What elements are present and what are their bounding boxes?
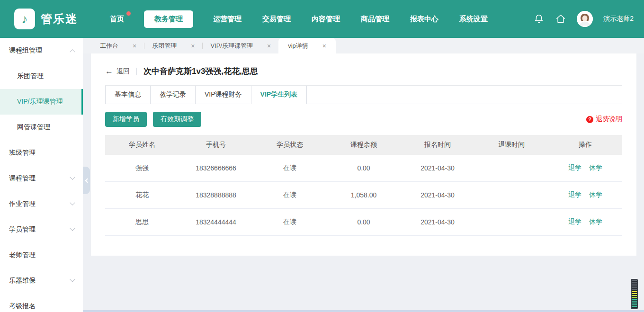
header-right: 演示老师2 xyxy=(533,11,634,27)
horizontal-scrollbar[interactable] xyxy=(0,310,644,312)
drop-out-link[interactable]: 退学 xyxy=(568,218,581,226)
notification-dot xyxy=(126,11,131,16)
cell-enroll-date: 2021-04-30 xyxy=(401,218,474,226)
chevron-up-icon xyxy=(70,49,75,54)
brand: ♪ 管乐迷 xyxy=(14,9,78,29)
add-student-button[interactable]: 新增学员 xyxy=(105,112,147,127)
sidebar-item-class-mgmt[interactable]: 班级管理 xyxy=(0,140,83,166)
cell-student-name: 花花 xyxy=(105,191,179,199)
table-row: 强强 18326666666 在读 0.00 2021-04-30 退学 休学 xyxy=(105,155,622,182)
sidebar-item-instrument-maintenance[interactable]: 乐器维保 xyxy=(0,268,83,294)
back-arrow-icon: ← xyxy=(105,67,113,75)
sidebar-item-exam-registration[interactable]: 考级报名 xyxy=(0,294,83,312)
tab-basic-info[interactable]: 基本信息 xyxy=(105,86,151,104)
help-icon: ? xyxy=(586,116,593,123)
suspend-link[interactable]: 休学 xyxy=(589,218,602,226)
header-student-name: 学员姓名 xyxy=(105,141,179,149)
tab-teaching-records[interactable]: 教学记录 xyxy=(151,86,196,104)
suspend-link[interactable]: 休学 xyxy=(589,164,602,172)
refund-note-link[interactable]: ? 退费说明 xyxy=(586,115,622,124)
tab-vip-course-finance[interactable]: VIP课程财务 xyxy=(196,86,251,104)
cell-enroll-date: 2021-04-30 xyxy=(401,191,474,199)
sidebar-item-label: 学员管理 xyxy=(9,225,36,234)
tab-vip-student-list[interactable]: VIP学生列表 xyxy=(251,86,307,104)
student-table: 学员姓名 手机号 学员状态 课程余额 报名时间 退课时间 操作 强强 18326… xyxy=(105,135,622,236)
sidebar-item-homework-mgmt[interactable]: 作业管理 xyxy=(0,191,83,217)
top-nav: 首页 教务管理 运营管理 交易管理 内容管理 商品管理 报表中心 系统设置 xyxy=(109,10,489,28)
tab-vip-detail[interactable]: vip详情 × xyxy=(278,38,336,53)
user-name[interactable]: 演示老师2 xyxy=(603,15,634,23)
refund-note-label: 退费说明 xyxy=(596,115,622,124)
header-actions: 操作 xyxy=(548,141,622,149)
cell-course-balance: 1,058.00 xyxy=(327,191,401,199)
header-enroll-date: 报名时间 xyxy=(401,141,474,149)
close-icon[interactable]: × xyxy=(322,43,326,49)
title-row: ← 返回 次中音萨克斯1v3强强,花花,思思 xyxy=(105,66,622,86)
bell-icon[interactable] xyxy=(533,13,545,25)
sidebar-item-label: 乐器维保 xyxy=(9,276,36,285)
cell-status: 在读 xyxy=(253,164,327,172)
tab-label: vip详情 xyxy=(288,42,308,50)
app-window: ♪ 管乐迷 首页 教务管理 运营管理 交易管理 内容管理 商品管理 报表中心 系… xyxy=(0,0,644,312)
cell-status: 在读 xyxy=(253,191,327,199)
nav-item-system-settings[interactable]: 系统设置 xyxy=(458,10,489,28)
cell-phone: 18324444444 xyxy=(179,218,253,226)
sidebar-item-student-mgmt[interactable]: 学员管理 xyxy=(0,217,83,242)
cell-enroll-date: 2021-04-30 xyxy=(401,164,474,172)
validity-adjust-button[interactable]: 有效期调整 xyxy=(153,112,201,127)
close-icon[interactable]: × xyxy=(133,43,136,49)
header-course-balance: 课程余额 xyxy=(327,141,401,149)
close-icon[interactable]: × xyxy=(191,43,195,49)
tab-vip-theory-mgmt[interactable]: VIP/乐理课管理 × xyxy=(203,38,278,53)
sidebar-item-teacher-mgmt[interactable]: 老师管理 xyxy=(0,242,83,268)
nav-item-operations-mgmt[interactable]: 运营管理 xyxy=(212,10,242,28)
header-quit-date: 退课时间 xyxy=(474,141,548,149)
top-header: ♪ 管乐迷 首页 教务管理 运营管理 交易管理 内容管理 商品管理 报表中心 系… xyxy=(0,0,644,38)
detail-card: ← 返回 次中音萨克斯1v3强强,花花,思思 基本信息 教学记录 VIP课程财务… xyxy=(91,53,636,256)
sidebar-item-course-group-mgmt[interactable]: 课程组管理 xyxy=(0,38,83,63)
content-area: 工作台 × 乐团管理 × VIP/乐理课管理 × vip详情 × xyxy=(83,38,644,312)
tab-label: VIP/乐理课管理 xyxy=(210,42,253,50)
cell-phone: 18328888888 xyxy=(179,191,253,199)
tab-label: 工作台 xyxy=(100,42,118,50)
nav-item-academic-mgmt[interactable]: 教务管理 xyxy=(144,10,193,28)
page-title: 次中音萨克斯1v3强强,花花,思思 xyxy=(143,66,258,77)
sidebar-item-online-class-mgmt[interactable]: 网管课管理 xyxy=(0,115,83,140)
nav-item-product-mgmt[interactable]: 商品管理 xyxy=(360,10,390,28)
chevron-left-icon xyxy=(85,178,89,183)
brand-name: 管乐迷 xyxy=(41,11,78,27)
cell-student-name: 思思 xyxy=(105,218,179,226)
sidebar-collapse-handle[interactable] xyxy=(83,167,90,194)
sidebar-item-label: 课程管理 xyxy=(9,174,36,183)
cell-actions: 退学 休学 xyxy=(548,164,622,172)
header-status: 学员状态 xyxy=(253,141,327,149)
chevron-down-icon xyxy=(70,226,75,231)
page-tab-bar: 工作台 × 乐团管理 × VIP/乐理课管理 × vip详情 × xyxy=(83,38,644,53)
sidebar-item-label: 作业管理 xyxy=(9,200,36,208)
nav-item-transaction-mgmt[interactable]: 交易管理 xyxy=(261,10,292,28)
cell-actions: 退学 休学 xyxy=(548,191,622,199)
level-meter-widget xyxy=(631,279,638,309)
nav-item-home-label: 首页 xyxy=(110,15,124,23)
home-icon[interactable] xyxy=(555,13,566,25)
close-icon[interactable]: × xyxy=(267,43,271,49)
body-row: 课程组管理 乐团管理 VIP/乐理课管理 网管课管理 班级管理 课程管理 作业管… xyxy=(0,38,644,312)
cell-phone: 18326666666 xyxy=(179,164,253,172)
sidebar-item-vip-theory-mgmt[interactable]: VIP/乐理课管理 xyxy=(0,89,83,115)
nav-item-home[interactable]: 首页 xyxy=(109,10,125,28)
header-phone: 手机号 xyxy=(179,141,253,149)
suspend-link[interactable]: 休学 xyxy=(589,191,602,199)
back-button[interactable]: ← 返回 xyxy=(105,67,130,76)
nav-item-report-center[interactable]: 报表中心 xyxy=(409,10,439,28)
avatar[interactable] xyxy=(577,11,593,27)
drop-out-link[interactable]: 退学 xyxy=(568,164,581,172)
sidebar-item-course-mgmt[interactable]: 课程管理 xyxy=(0,166,83,191)
sidebar-item-orchestra-mgmt[interactable]: 乐团管理 xyxy=(0,63,83,89)
tab-workbench[interactable]: 工作台 × xyxy=(92,38,144,53)
drop-out-link[interactable]: 退学 xyxy=(568,191,581,199)
tab-orchestra-mgmt[interactable]: 乐团管理 × xyxy=(144,38,202,53)
nav-item-content-mgmt[interactable]: 内容管理 xyxy=(311,10,341,28)
title-divider xyxy=(136,68,137,75)
cell-course-balance: 0.00 xyxy=(327,218,401,226)
table-row: 思思 18324444444 在读 0.00 2021-04-30 退学 休学 xyxy=(105,209,622,236)
